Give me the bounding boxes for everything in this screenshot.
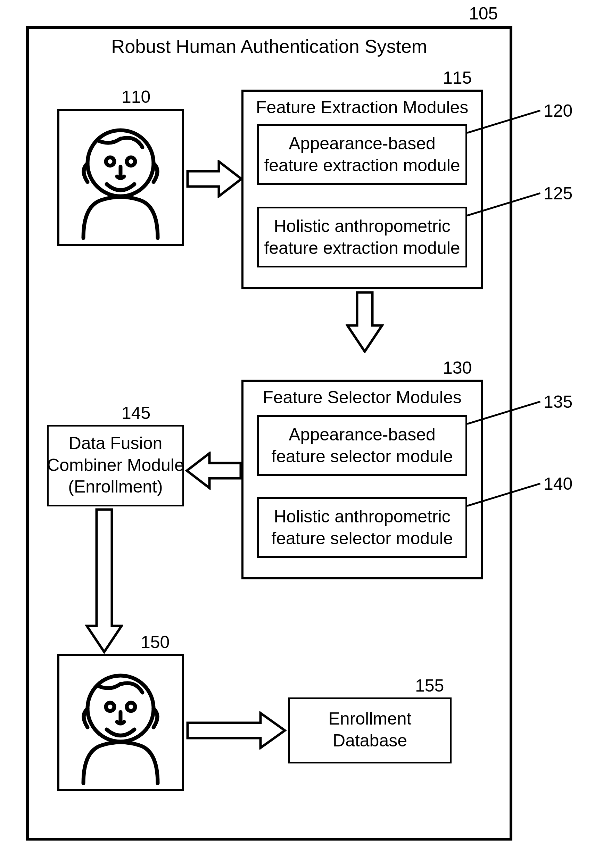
face-icon-1	[71, 122, 170, 240]
ref-num-140: 140	[544, 474, 572, 494]
ref-num-115: 115	[443, 68, 472, 88]
ref-num-120: 120	[544, 101, 572, 121]
data-fusion-label: Data Fusion Combiner Module (Enrollment)	[47, 432, 184, 498]
svg-point-2	[127, 157, 135, 166]
ref-num-105: 105	[469, 3, 498, 23]
enrollment-db-label: Enrollment Database	[288, 708, 451, 751]
ref-num-135: 135	[544, 392, 572, 412]
appearance-selector-label: Appearance-based feature selector module	[257, 424, 467, 467]
arrow-down-1	[346, 291, 384, 353]
ref-num-145: 145	[122, 403, 150, 423]
ref-num-155: 155	[415, 676, 444, 696]
holistic-extraction-label: Holistic anthropometric feature extracti…	[257, 215, 467, 259]
holistic-selector-label: Holistic anthropometric feature selector…	[257, 506, 467, 549]
svg-point-5	[127, 703, 135, 711]
arrow-down-2	[85, 508, 123, 654]
ref-num-150: 150	[141, 632, 169, 652]
arrow-left-1	[185, 451, 242, 490]
feature-selector-title: Feature Selector Modules	[241, 387, 483, 408]
appearance-extraction-label: Appearance-based feature extraction modu…	[257, 133, 467, 176]
face-icon-2	[71, 667, 170, 785]
feature-extraction-title: Feature Extraction Modules	[241, 96, 483, 118]
main-title: Robust Human Authentication System	[26, 35, 512, 58]
arrow-right-2	[186, 711, 287, 750]
ref-num-125: 125	[544, 183, 572, 203]
ref-num-130: 130	[443, 358, 472, 378]
ref-num-110: 110	[122, 87, 150, 107]
svg-point-1	[106, 157, 114, 166]
diagram-canvas: 105 Robust Human Authentication System 1…	[0, 0, 611, 868]
arrow-right-1	[186, 160, 243, 198]
svg-point-4	[106, 703, 114, 711]
